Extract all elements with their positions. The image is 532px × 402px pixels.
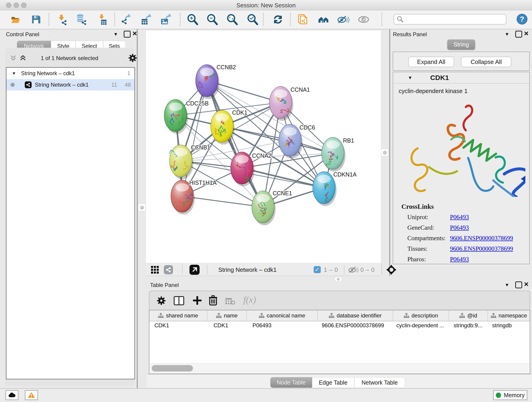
protein-header[interactable]: ▼ CDK1 [393, 72, 529, 83]
left-splitter-handle[interactable] [138, 204, 146, 211]
control-panel-float-icon[interactable] [124, 31, 131, 38]
zoom-in-button[interactable] [186, 13, 198, 26]
export-network-button[interactable] [120, 13, 132, 26]
table-panel-collapse-icon[interactable]: ▼ [505, 282, 509, 288]
tab-network-table[interactable]: Network Table [354, 377, 405, 388]
protein-collapse-icon[interactable]: ▼ [408, 75, 412, 80]
left-splitter[interactable] [137, 29, 138, 388]
column-header-canonical-name[interactable]: canonical name [247, 310, 318, 321]
import-network-file-button[interactable] [56, 13, 68, 26]
search-input[interactable] [403, 16, 506, 23]
cloud-icon [8, 392, 16, 398]
cell-name: CDK1 [214, 322, 228, 329]
column-header-database-identifier[interactable]: database identifier [318, 310, 393, 321]
control-panel-collapse-icon[interactable]: ▼ [114, 32, 118, 37]
network-options-gear-icon[interactable] [128, 54, 137, 62]
show-all-button[interactable] [358, 13, 370, 26]
network-graph[interactable]: CCNB2CCNA1CDC25BCDK1CDC6RB1CCNB1CCNA2CDK… [146, 31, 381, 263]
zoom-out-icon [206, 14, 218, 25]
delete-column-trash-icon[interactable] [209, 295, 218, 306]
clone-network-button[interactable] [297, 13, 309, 26]
warnings-button[interactable] [25, 390, 38, 400]
scrollbar-thumb[interactable] [152, 365, 193, 371]
eye-icon [358, 16, 369, 23]
control-panel-close-icon[interactable]: × [133, 31, 137, 36]
protein-structure-image [397, 98, 525, 197]
open-in-window-button[interactable] [190, 265, 200, 275]
table-panel-float-icon[interactable] [515, 281, 522, 288]
tab-edge-table[interactable]: Edge Table [312, 377, 354, 388]
tree-column-icon [404, 313, 409, 318]
graphics-details-button[interactable] [317, 13, 329, 26]
column-header-name[interactable]: name [207, 310, 247, 321]
hide-selected-button[interactable] [337, 13, 349, 26]
crosslink-uniprot-link[interactable]: P06493 [450, 214, 469, 221]
protein-description: cyclin-dependent kinase 1 [399, 88, 529, 95]
import-table-button[interactable] [96, 13, 108, 26]
selected-checkbox[interactable]: ✓ [314, 266, 321, 273]
table-panel-close-icon[interactable]: × [524, 281, 529, 287]
right-splitter-handle[interactable] [381, 149, 388, 156]
column-header-shared-name[interactable]: shared name [149, 310, 207, 321]
toolbar-separator [290, 13, 291, 26]
network-view-toolbar: String Network – cdk1 ✓ 1 – 0 0 – 0 [146, 263, 381, 276]
export-table-button[interactable] [140, 13, 152, 26]
save-session-button[interactable] [30, 13, 42, 26]
show-columns-icon[interactable] [174, 296, 184, 305]
tab-string-results[interactable]: String [447, 39, 475, 50]
crosslink-tissues-link[interactable]: 9606.ENSP00000378699 [450, 245, 513, 252]
network-edge-count: 48 [125, 82, 131, 88]
export-network-icon [120, 14, 132, 25]
cell-database-identifier: 9606.ENSP00000378699 [322, 322, 384, 329]
zoom-out-button[interactable] [206, 13, 218, 26]
refresh-button[interactable] [272, 13, 284, 26]
crosslink-label: GeneCard: [407, 224, 434, 231]
right-splitter[interactable] [389, 29, 390, 276]
zoom-fit-button[interactable] [226, 13, 238, 26]
crosslink-pharos-link[interactable]: P06493 [450, 256, 469, 263]
expand-all-button[interactable]: Expand All [408, 57, 454, 67]
svg-text:CCNA1: CCNA1 [291, 86, 310, 93]
tree-column-icon [259, 313, 264, 318]
memory-button[interactable]: Memory [493, 390, 527, 400]
collection-count: 1 [127, 70, 130, 77]
collapse-all-button[interactable]: Collapse All [461, 57, 511, 67]
create-column-plus-icon[interactable] [192, 296, 202, 305]
main-toolbar: ? [0, 10, 532, 29]
network-row[interactable]: String Network – cdk1 11 48 [6, 79, 134, 90]
svg-text:HIST1H1A: HIST1H1A [189, 179, 217, 186]
automation-cloud-button[interactable] [5, 390, 19, 400]
cell-description: cyclin-dependent ... [396, 322, 444, 329]
birdseye-grid-icon[interactable] [151, 266, 159, 274]
import-network-database-button[interactable] [75, 13, 87, 26]
network-canvas[interactable]: CCNB2CCNA1CDC25BCDK1CDC6RB1CCNB1CCNA2CDK… [146, 31, 381, 263]
protein-detail-box: ▼ CDK1 cyclin-dependent kinase 1 CrossLi… [393, 72, 530, 264]
network-view-title: String Network – cdk1 [218, 266, 277, 274]
tab-node-table[interactable]: Node Table [270, 377, 312, 388]
column-header-namespace[interactable]: namespace [488, 310, 530, 321]
results-panel-float-icon[interactable] [515, 31, 522, 38]
help-button[interactable]: ? [517, 14, 527, 25]
column-header-description[interactable]: description [393, 310, 449, 321]
export-image-button[interactable] [160, 13, 172, 26]
column-header-id[interactable]: @id [449, 310, 488, 321]
crosslink-compartments-link[interactable]: 9606.ENSP00000378699 [450, 235, 513, 242]
network-overview-toggle[interactable] [164, 265, 173, 274]
open-file-button[interactable] [10, 13, 22, 26]
network-collection-row[interactable]: ▼ String Network – cdk1 1 [6, 68, 134, 79]
cell-shared-name: CDK1 [154, 322, 169, 329]
results-panel-close-icon[interactable]: × [524, 31, 529, 36]
crosslink-genecard-link[interactable]: P06493 [450, 224, 469, 231]
table-options-gear-icon[interactable] [157, 296, 166, 305]
network-label: String Network – cdk1 [35, 82, 89, 88]
title-bar: Session: New Session [0, 0, 532, 10]
zoom-selected-button[interactable] [247, 13, 259, 26]
results-panel-collapse-icon[interactable]: ▼ [505, 32, 509, 37]
application-window: Session: New Session [0, 0, 532, 402]
table-horizontal-scrollbar[interactable] [150, 363, 529, 373]
control-panel-title: Control Panel [6, 31, 39, 38]
search-field[interactable] [394, 14, 506, 25]
collection-expand-icon[interactable]: ▼ [12, 71, 16, 76]
selected-count: 1 – 0 [324, 266, 338, 274]
crosslink-label: Uniprot: [407, 214, 428, 221]
